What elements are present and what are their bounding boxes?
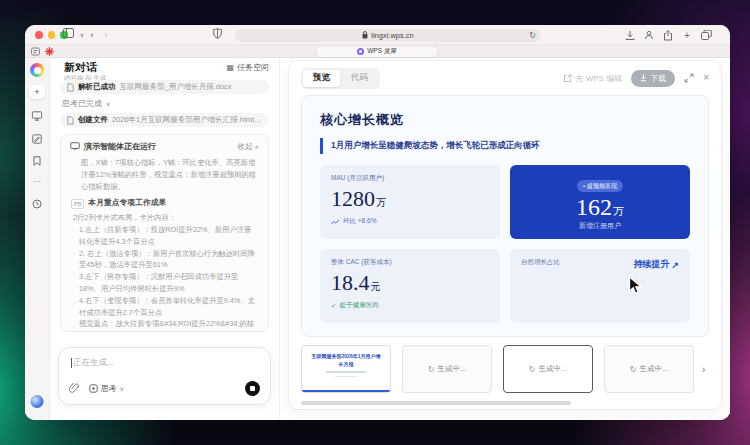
thumbnail-generating-4[interactable]: ↻生成中... xyxy=(604,345,694,393)
thumbnail-subtitle-line xyxy=(326,371,366,373)
spinner-icon: ↻ xyxy=(428,365,435,374)
metric-unit: 万 xyxy=(613,204,624,219)
chevron-up-icon: ∧ xyxy=(255,143,259,150)
mouse-cursor xyxy=(628,276,645,299)
task-space-label: 任务空间 xyxy=(237,62,269,73)
external-link-icon xyxy=(563,74,572,83)
desktop-background: ∨ ‹ › lingxi.wps.cn ↻ + xyxy=(0,0,750,445)
download-button[interactable]: 下载 xyxy=(631,70,675,87)
thumbnail-subtitle-line xyxy=(335,376,357,378)
parsed-file-chip[interactable]: 解析已成功 互联网服务部_用户增长月报.docx xyxy=(60,80,269,94)
parse-status: 解析已成功 xyxy=(78,82,116,92)
address-bar[interactable]: lingxi.wps.cn ↻ xyxy=(235,29,541,42)
horizontal-scrollbar[interactable] xyxy=(301,401,571,405)
section-title: 本月重点专项工作成果 xyxy=(88,197,166,210)
tab-wps-lingxi[interactable]: WPS 灵犀 xyxy=(317,47,437,58)
metric-value: 1280 xyxy=(331,188,375,210)
generating-label: 生成中... xyxy=(639,364,668,374)
metric-label: 整体 CAC (获客成本) xyxy=(331,258,489,267)
expand-icon[interactable] xyxy=(684,69,694,87)
thinking-label: 思考已完成 xyxy=(62,98,102,109)
text-caret xyxy=(71,358,72,368)
close-window-button[interactable] xyxy=(35,31,43,39)
tab-overview-icon[interactable] xyxy=(700,28,712,42)
chevron-down-icon: ∨ xyxy=(120,385,124,392)
sidebar-toggle-icon[interactable] xyxy=(61,28,75,42)
chat-panel: 新对话 内容由 AI 生成 ▦ 任务空间 解析已成功 互联网服务部_用户增长月报… xyxy=(50,58,280,420)
new-chat-button[interactable]: + xyxy=(29,85,45,99)
think-label: 思考 xyxy=(101,383,117,394)
tab-code[interactable]: 代码 xyxy=(341,70,378,87)
slide-callout: 1月用户增长呈稳健爬坡态势，增长飞轮已形成正向循环 xyxy=(320,138,690,154)
agent-log-line: 3.左下（留存专项）：沉默用户召回成功率提升至18%、用户日均停留时长提升9% xyxy=(71,271,258,295)
metric-label: 新增注册用户 xyxy=(521,221,679,231)
tab-preview[interactable]: 预览 xyxy=(303,70,340,87)
stop-generating-button[interactable] xyxy=(245,381,260,396)
document-edit-icon[interactable] xyxy=(32,134,42,144)
pinned-tab-red-icon[interactable] xyxy=(45,47,54,56)
task-space-button[interactable]: ▦ 任务空间 xyxy=(226,62,269,73)
slide-preview: 核心增长概览 1月用户增长呈稳健爬坡态势，增长飞轮已形成正向循环 MAU (月活… xyxy=(301,95,709,337)
download-icon[interactable] xyxy=(624,28,636,42)
chat-input[interactable]: 正在生成... 思考 ∨ xyxy=(58,347,271,405)
metric-footer-text: 处于健康区间 xyxy=(339,301,378,310)
created-file-chip[interactable]: 创建文件 2026年1月互联网服务部用户增长汇报.htmlppt xyxy=(60,113,269,127)
metric-footer-text: 环比 +8.6% xyxy=(343,217,376,226)
spinner-icon: ↻ xyxy=(529,365,536,374)
history-icon[interactable] xyxy=(32,199,42,209)
agent-title: 演示智能体正在运行 xyxy=(84,141,156,152)
share-icon[interactable] xyxy=(662,28,674,42)
thumbnail-slide-1[interactable]: 互联网服务部2026年1月用户增长月报 xyxy=(301,345,391,393)
metric-grid: MAU (月活跃用户) 1280 万 环比 +8.6% xyxy=(320,165,690,323)
preview-header: 预览 代码 去 WPS 编辑 下载 xyxy=(301,67,709,89)
minimize-window-button[interactable] xyxy=(48,31,56,39)
toolbar-right-actions: + xyxy=(624,28,712,42)
presentation-icon[interactable] xyxy=(32,111,43,121)
browser-toolbar: ∨ ‹ › lingxi.wps.cn ↻ + xyxy=(25,25,730,45)
trend-line-icon xyxy=(331,219,340,225)
new-tab-icon[interactable]: + xyxy=(681,28,693,42)
open-in-wps-label: 去 WPS 编辑 xyxy=(575,73,622,84)
refresh-icon[interactable]: ↻ xyxy=(529,29,536,42)
thinking-toggle[interactable]: 思考已完成 ∨ xyxy=(62,98,110,109)
more-icon[interactable]: ··· xyxy=(33,177,41,186)
think-mode-button[interactable]: 思考 ∨ xyxy=(89,383,124,394)
browser-window: ∨ ‹ › lingxi.wps.cn ↻ + xyxy=(25,25,730,420)
lock-icon xyxy=(362,31,368,39)
agent-section-heading: P5 本月重点专项工作成果 xyxy=(71,197,258,210)
agent-log-line: 2行2列卡片式布局，卡片内容： xyxy=(71,212,258,224)
open-in-wps-button[interactable]: 去 WPS 编辑 xyxy=(563,73,622,84)
file-icon xyxy=(67,116,74,125)
thumbnail-title: 互联网服务部2026年1月用户增长月报 xyxy=(310,353,382,368)
metric-card-cac: 整体 CAC (获客成本) 18.4 元 ✓ 处于健康区间 xyxy=(320,249,500,323)
back-button[interactable]: ‹ xyxy=(85,28,99,42)
metric-value: 18.4 xyxy=(331,272,370,294)
agent-log-paragraph: 图，X轴：7项核心指标，Y轴：环比变化率、高亮新增注册12%涨幅的柱形，视觉重点… xyxy=(71,157,258,192)
generating-label: 生成中... xyxy=(538,364,567,374)
preview-card: 预览 代码 去 WPS 编辑 下载 xyxy=(288,60,722,410)
close-icon[interactable]: × xyxy=(703,73,709,83)
check-icon: ✓ xyxy=(331,302,336,310)
forward-button[interactable]: › xyxy=(99,28,113,42)
collapse-button[interactable]: 收起 ∧ xyxy=(238,142,259,152)
metric-unit: 万 xyxy=(376,196,386,210)
thumbnail-generating-2[interactable]: ↻生成中... xyxy=(402,345,492,393)
tab-strip: WPS 灵犀 xyxy=(25,45,730,58)
thumbnail-generating-3-selected[interactable]: ↻生成中... xyxy=(503,345,593,393)
agent-log-line: 1.左上（拉新专项）：投放ROI提升22%、新用户注册转化率提升4.3个百分点 xyxy=(71,224,258,248)
input-actions: 思考 ∨ xyxy=(69,379,260,397)
agent-log-line: 视觉重点：放大拉新专项&#34;ROI提升22%&#34;的核心数据。 xyxy=(71,318,258,332)
input-placeholder-row: 正在生成... xyxy=(71,357,114,369)
attach-icon[interactable] xyxy=(69,379,79,397)
left-rail: + ··· xyxy=(25,58,50,420)
privacy-shield-icon[interactable] xyxy=(210,28,224,42)
thumbnails-next-button[interactable]: › xyxy=(702,364,705,375)
thumbnail-strip: 互联网服务部2026年1月用户增长月报 ↻生成中... ↻生成中... xyxy=(301,345,709,393)
profile-icon[interactable] xyxy=(643,28,655,42)
user-avatar[interactable] xyxy=(31,395,44,408)
bookmark-icon[interactable] xyxy=(33,156,42,166)
wps-favicon xyxy=(357,48,364,55)
pinned-tab-icon[interactable] xyxy=(31,47,40,56)
chevron-down-icon: ∨ xyxy=(106,100,110,107)
badge-text: 超预期表现 xyxy=(587,182,617,191)
